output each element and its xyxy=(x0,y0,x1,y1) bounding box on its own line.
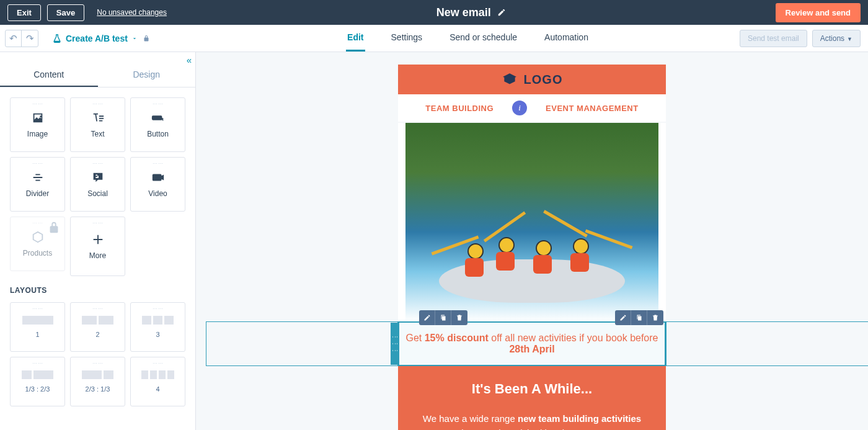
tab-send-schedule[interactable]: Send or schedule xyxy=(448,25,518,52)
layout-label: 4 xyxy=(156,385,159,393)
text-fragment: new team building activities xyxy=(518,413,641,424)
layout-4col[interactable]: ⋯⋯ 4 xyxy=(130,357,185,406)
tile-label: More xyxy=(89,251,106,260)
text-fragment: We have a wide range xyxy=(423,413,518,424)
tab-edit[interactable]: Edit xyxy=(346,25,365,52)
newsletter-header[interactable]: LOGO xyxy=(398,65,666,94)
plus-icon xyxy=(91,233,105,246)
layout-label: 1 xyxy=(35,331,39,338)
review-send-button[interactable]: Review and send xyxy=(776,3,861,22)
save-button[interactable]: Save xyxy=(47,4,84,21)
button-icon xyxy=(151,111,165,125)
layout-2-1[interactable]: ⋯⋯ 2/3 : 1/3 xyxy=(70,357,125,406)
tile-label: Video xyxy=(148,189,167,198)
sidebar-tab-design[interactable]: Design xyxy=(98,63,196,87)
newsletter-body[interactable]: It's Been A While... We have a wide rang… xyxy=(398,366,666,430)
drag-handle[interactable]: ⋮⋮⋮ xyxy=(391,323,399,365)
discount-text-module[interactable]: ⋮⋮⋮ Get 15% discount off all new activit… xyxy=(398,321,666,366)
tile-more[interactable]: ⋯⋯ More xyxy=(70,217,125,276)
layout-3col[interactable]: ⋯⋯ 3 xyxy=(130,302,185,352)
email-title-text: New email xyxy=(436,6,491,19)
send-test-email-button: Send test email xyxy=(740,30,807,47)
edit-title-icon[interactable] xyxy=(497,8,506,17)
topbar-right: Review and send xyxy=(776,3,861,22)
tile-label: Products xyxy=(23,249,52,258)
main-tabs: Edit Settings Send or schedule Automatio… xyxy=(196,25,740,52)
email-title[interactable]: New email xyxy=(167,6,776,19)
subbar-left: ↶ ↷ Create A/B test xyxy=(0,30,196,47)
module-clone-button[interactable] xyxy=(631,310,647,325)
content-tiles: ⋯⋯ Image ⋯⋯ Text ⋯⋯ Button ⋯⋯ Divider ⋯⋯… xyxy=(0,87,195,286)
pencil-icon xyxy=(423,314,431,321)
tile-products: ⋯⋯ Products xyxy=(10,217,65,271)
divider-icon xyxy=(31,171,45,184)
copy-icon xyxy=(636,314,643,321)
tile-social[interactable]: ⋯⋯ Social xyxy=(70,157,125,212)
row-edit-button[interactable] xyxy=(419,310,435,325)
undo-button[interactable]: ↶ xyxy=(6,30,22,47)
text-fragment: off all new activities if you book befor… xyxy=(489,333,658,343)
actions-dropdown[interactable]: Actions▼ xyxy=(812,30,861,47)
row-guide-left xyxy=(206,321,398,366)
layout-label: 2/3 : 1/3 xyxy=(86,385,110,393)
row-toolbar xyxy=(419,310,467,325)
layouts-heading: LAYOUTS xyxy=(0,286,195,295)
layout-label: 1/3 : 2/3 xyxy=(25,385,50,393)
module-toolbar xyxy=(615,310,663,325)
layout-tiles: ⋯⋯ 1 ⋯⋯ 2 ⋯⋯ 3 ⋯⋯ 1/3 : 2/3 ⋯⋯ 2/3 : 1/3… xyxy=(0,295,195,419)
discount-text: Get 15% discount off all new activities … xyxy=(405,333,658,355)
row-guide-right xyxy=(666,321,868,366)
nav-event-management[interactable]: EVENT MANAGEMENT xyxy=(546,104,639,113)
tile-image[interactable]: ⋯⋯ Image xyxy=(10,97,65,152)
tile-label: Social xyxy=(87,189,108,198)
tile-button[interactable]: ⋯⋯ Button xyxy=(130,97,185,152)
row-clone-button[interactable] xyxy=(435,310,451,325)
sidebar-tabs: Content Design xyxy=(0,63,195,87)
caret-down-icon: ▼ xyxy=(847,36,852,42)
selected-block-row[interactable]: ⋮⋮⋮ Get 15% discount off all new activit… xyxy=(398,321,666,366)
left-sidebar: « Content Design ⋯⋯ Image ⋯⋯ Text ⋯⋯ But… xyxy=(0,52,196,430)
row-delete-button[interactable] xyxy=(451,310,467,325)
subbar-right: Send test email Actions▼ xyxy=(740,30,868,47)
tile-label: Button xyxy=(147,130,169,138)
module-edit-button[interactable] xyxy=(615,310,631,325)
hero-image[interactable] xyxy=(405,123,658,321)
trash-icon xyxy=(652,314,659,321)
text-fragment: Get xyxy=(405,333,424,343)
tab-settings[interactable]: Settings xyxy=(390,25,424,52)
layout-1col[interactable]: ⋯⋯ 1 xyxy=(10,302,65,352)
email-canvas[interactable]: LOGO TEAM BUILDING i EVENT MANAGEMENT xyxy=(196,52,868,430)
unsaved-changes-link[interactable]: No unsaved changes xyxy=(97,8,167,17)
tile-label: Divider xyxy=(26,189,49,198)
text-icon xyxy=(91,111,105,125)
layout-1-2[interactable]: ⋯⋯ 1/3 : 2/3 xyxy=(10,357,65,406)
tile-label: Text xyxy=(91,130,104,138)
module-delete-button[interactable] xyxy=(647,310,663,325)
redo-button[interactable]: ↷ xyxy=(22,30,38,47)
exit-button[interactable]: Exit xyxy=(7,4,41,21)
social-icon xyxy=(91,171,105,184)
ab-test-label: Create A/B test xyxy=(66,34,128,43)
tile-text[interactable]: ⋯⋯ Text xyxy=(70,97,125,152)
tile-divider[interactable]: ⋯⋯ Divider xyxy=(10,157,65,212)
sub-bar: ↶ ↷ Create A/B test Edit Settings Send o… xyxy=(0,25,868,52)
tile-video[interactable]: ⋯⋯ Video xyxy=(130,157,185,212)
lock-icon xyxy=(47,221,61,235)
create-ab-test-link[interactable]: Create A/B test xyxy=(52,34,138,43)
logo-text: LOGO xyxy=(524,73,563,87)
sidebar-tab-content[interactable]: Content xyxy=(0,63,98,87)
newsletter-nav[interactable]: TEAM BUILDING i EVENT MANAGEMENT xyxy=(398,94,666,123)
main-area: « Content Design ⋯⋯ Image ⋯⋯ Text ⋯⋯ But… xyxy=(0,52,868,430)
nav-team-building[interactable]: TEAM BUILDING xyxy=(425,104,494,113)
newsletter-preview: LOGO TEAM BUILDING i EVENT MANAGEMENT xyxy=(398,65,666,430)
tab-automation[interactable]: Automation xyxy=(543,25,590,52)
body-heading: It's Been A While... xyxy=(417,381,647,397)
collapse-sidebar-button[interactable]: « xyxy=(187,55,192,65)
actions-label: Actions xyxy=(820,34,844,43)
layout-label: 3 xyxy=(156,331,159,338)
info-icon[interactable]: i xyxy=(512,101,527,115)
text-fragment: 28th April xyxy=(509,344,554,354)
products-icon xyxy=(31,230,45,244)
layout-2col[interactable]: ⋯⋯ 2 xyxy=(70,302,125,352)
flask-icon xyxy=(52,34,62,43)
